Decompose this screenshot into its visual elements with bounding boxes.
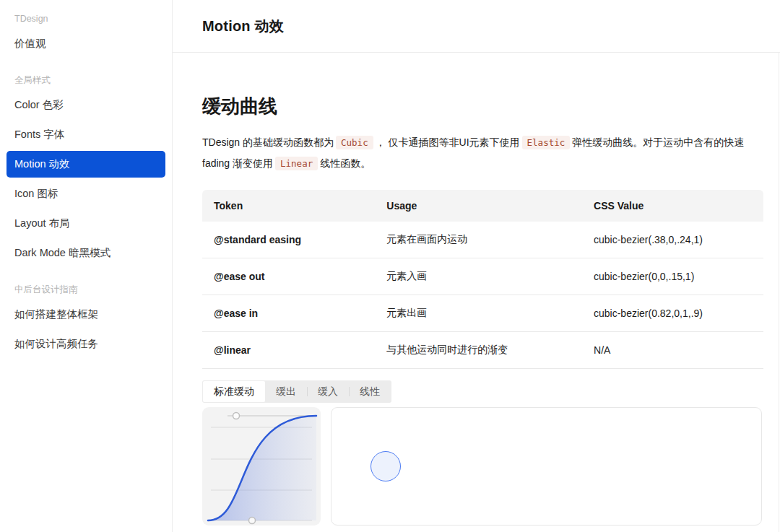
page-title: Motion 动效: [202, 17, 284, 36]
nav-group-label: 全局样式: [14, 73, 157, 87]
token-ease-in: @ease in: [202, 295, 375, 332]
sidebar-item-dark-mode[interactable]: Dark Mode 暗黑模式: [6, 240, 165, 266]
column-header-css-value: CSS Value: [582, 190, 763, 222]
table-row: @ease out 元素入画 cubic-bezier(0,0,.15,1): [202, 258, 763, 295]
tab-ease-out[interactable]: 缓出: [265, 381, 307, 402]
curve-handle-icon[interactable]: [249, 518, 256, 524]
nav-group-global-style: 全局样式 Color 色彩 Fonts 字体 Motion 动效 Icon 图标…: [0, 73, 172, 266]
column-header-token: Token: [202, 190, 375, 222]
column-header-usage: Usage: [375, 190, 582, 222]
sidebar-item-design-tasks[interactable]: 如何设计高频任务: [6, 331, 165, 357]
page: TDesign 价值观 全局样式 Color 色彩 Fonts 字体 Motio…: [0, 0, 780, 532]
token-linear: @linear: [202, 332, 375, 369]
code-chip-cubic: Cubic: [336, 136, 373, 149]
token-standard-easing: @standard easing: [202, 222, 375, 258]
tab-ease-in[interactable]: 缓入: [307, 381, 349, 402]
scrollbar[interactable]: [779, 53, 779, 532]
sidebar-item-values[interactable]: 价值观: [6, 30, 165, 57]
tab-standard-easing[interactable]: 标准缓动: [203, 381, 265, 402]
table-header-row: Token Usage CSS Value: [202, 190, 763, 222]
section-title: 缓动曲线: [202, 94, 763, 119]
sidebar-item-layout[interactable]: Layout 布局: [6, 210, 165, 237]
page-header: Motion 动效: [173, 0, 780, 53]
bezier-curve-chart: [202, 407, 321, 526]
easing-tabs: 标准缓动 缓出 缓入 线性: [202, 380, 391, 403]
nav-group-tdesign: TDesign 价值观: [0, 12, 172, 57]
main-content: Motion 动效 缓动曲线 TDesign 的基础缓动函数都为Cubic， 仅…: [173, 0, 780, 532]
usage-cell: 元素入画: [375, 258, 582, 295]
table-row: @ease in 元素出画 cubic-bezier(0.82,0,1,.9): [202, 295, 763, 332]
intro-text: 线性函数。: [320, 157, 370, 169]
sidebar: TDesign 价值观 全局样式 Color 色彩 Fonts 字体 Motio…: [0, 0, 173, 532]
sidebar-item-fonts[interactable]: Fonts 字体: [6, 121, 165, 148]
tab-linear[interactable]: 线性: [349, 381, 391, 402]
curve-area-fill: [208, 416, 316, 520]
intro-text: ， 仅卡通插图等非UI元素下使用: [376, 136, 520, 148]
css-value-cell: N/A: [582, 332, 763, 369]
animated-ball: [370, 451, 401, 481]
intro-paragraph: TDesign 的基础缓动函数都为Cubic， 仅卡通插图等非UI元素下使用El…: [202, 132, 763, 174]
sidebar-item-icon[interactable]: Icon 图标: [6, 180, 165, 207]
easing-demo-panels: [202, 407, 763, 526]
easing-token-table: Token Usage CSS Value @standard easing 元…: [202, 190, 763, 369]
sidebar-item-color[interactable]: Color 色彩: [6, 92, 165, 118]
usage-cell: 元素在画面内运动: [375, 222, 582, 258]
usage-cell: 元素出画: [375, 295, 582, 332]
nav-group-label: 中后台设计指南: [14, 282, 157, 297]
table-row: @linear 与其他运动同时进行的渐变 N/A: [202, 332, 763, 369]
table-row: @standard easing 元素在画面内运动 cubic-bezier(.…: [202, 222, 763, 258]
content-area: 缓动曲线 TDesign 的基础缓动函数都为Cubic， 仅卡通插图等非UI元素…: [173, 94, 780, 526]
sidebar-item-motion[interactable]: Motion 动效: [6, 151, 165, 178]
token-ease-out: @ease out: [202, 258, 375, 295]
nav-group-admin-guide: 中后台设计指南 如何搭建整体框架 如何设计高频任务: [0, 282, 172, 357]
animation-preview-panel[interactable]: [331, 407, 762, 526]
intro-text: TDesign 的基础缓动函数都为: [202, 136, 334, 148]
css-value-cell: cubic-bezier(0,0,.15,1): [582, 258, 763, 295]
css-value-cell: cubic-bezier(.38,0,.24,1): [582, 222, 763, 258]
nav-group-label: TDesign: [14, 12, 157, 26]
code-chip-elastic: Elastic: [522, 136, 571, 149]
sidebar-item-build-framework[interactable]: 如何搭建整体框架: [6, 301, 165, 328]
usage-cell: 与其他运动同时进行的渐变: [375, 332, 582, 369]
css-value-cell: cubic-bezier(0.82,0,1,.9): [582, 295, 763, 332]
bezier-curve-editor[interactable]: [202, 407, 321, 526]
slider-handle-icon[interactable]: [233, 413, 240, 419]
code-chip-linear: Linear: [275, 157, 318, 170]
